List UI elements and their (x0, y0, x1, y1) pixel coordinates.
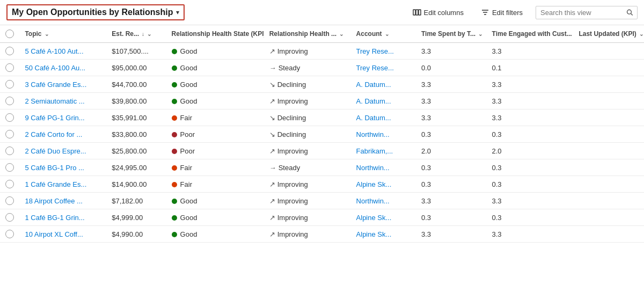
row-topic[interactable]: 10 Airpot XL Coff... (19, 226, 106, 243)
row-time-spent: 3.3 (416, 76, 487, 93)
col-header-est-rev[interactable]: Est. Re... ↓ ⌄ (106, 25, 166, 43)
row-topic[interactable]: 2 Café Duo Espre... (19, 143, 106, 159)
row-time-spent: 0.3 (416, 159, 487, 176)
row-topic[interactable]: 5 Café A-100 Aut... (19, 43, 106, 60)
topic-link[interactable]: 3 Café Grande Es... (25, 81, 86, 89)
trend-icon: ↗ (269, 214, 275, 222)
row-topic[interactable]: 3 Café Grande Es... (19, 76, 106, 93)
row-health-state: Good (166, 226, 264, 243)
row-topic[interactable]: 50 Café A-100 Au... (19, 60, 106, 76)
row-checkbox[interactable] (5, 180, 14, 188)
row-topic[interactable]: 2 Semiautomatic ... (19, 93, 106, 109)
row-checkbox[interactable] (5, 63, 14, 72)
trend-label: Declining (277, 130, 306, 138)
row-est-rev: $25,800.00 (106, 143, 166, 159)
col-header-time-engaged[interactable]: Time Engaged with Cust... ⌄ (487, 25, 574, 43)
account-link[interactable]: A. Datum... (356, 81, 391, 89)
account-link[interactable]: A. Datum... (356, 97, 391, 105)
col-header-time-spent[interactable]: Time Spent by T... ⌄ (416, 25, 487, 43)
row-account[interactable]: Northwin... (351, 159, 416, 176)
row-checkbox[interactable] (5, 230, 14, 238)
row-time-spent: 3.3 (416, 193, 487, 209)
topic-link[interactable]: 18 Airpot Coffee ... (25, 197, 82, 205)
account-link[interactable]: Trey Rese... (356, 64, 394, 72)
trend-label: Improving (277, 47, 308, 55)
row-rel-health: ↗Improving (264, 93, 351, 109)
col-header-account[interactable]: Account ⌄ (351, 25, 416, 43)
topic-link[interactable]: 2 Café Duo Espre... (25, 147, 86, 155)
row-last-updated (573, 93, 644, 109)
row-checkbox[interactable] (5, 196, 14, 205)
topic-link[interactable]: 2 Café Corto for ... (25, 130, 82, 138)
account-link[interactable]: Trey Rese... (356, 47, 394, 55)
row-account[interactable]: Alpine Sk... (351, 176, 416, 193)
row-checkbox[interactable] (5, 147, 14, 155)
search-input[interactable] (540, 9, 623, 17)
row-account[interactable]: Alpine Sk... (351, 226, 416, 243)
topic-link[interactable]: 50 Café A-100 Au... (25, 64, 85, 72)
col-header-topic[interactable]: Topic ⌄ (19, 25, 106, 43)
row-est-rev: $24,995.00 (106, 159, 166, 176)
row-checkbox[interactable] (5, 47, 14, 55)
row-health-state: Good (166, 43, 264, 60)
topic-link[interactable]: 1 Café Grande Es... (25, 180, 86, 188)
topic-link[interactable]: 5 Café A-100 Aut... (25, 47, 83, 55)
row-time-engaged: 3.3 (487, 43, 574, 60)
chevron-down-icon[interactable]: ▾ (176, 9, 179, 16)
account-link[interactable]: Northwin... (356, 130, 390, 138)
row-topic[interactable]: 2 Café Corto for ... (19, 126, 106, 143)
account-link[interactable]: Northwin... (356, 164, 390, 172)
trend-label: Improving (277, 97, 308, 105)
trend-label: Improving (277, 197, 308, 205)
row-checkbox[interactable] (5, 130, 14, 138)
search-box[interactable] (536, 6, 638, 19)
row-account[interactable]: A. Datum... (351, 76, 416, 93)
row-topic[interactable]: 9 Café PG-1 Grin... (19, 109, 106, 126)
trend-icon: → (269, 164, 276, 172)
row-checkbox[interactable] (5, 213, 14, 222)
row-account[interactable]: Northwin... (351, 193, 416, 209)
topic-link[interactable]: 2 Semiautomatic ... (25, 97, 84, 105)
trend-icon: ↘ (269, 81, 275, 89)
account-link[interactable]: Alpine Sk... (356, 180, 392, 188)
account-link[interactable]: Alpine Sk... (356, 230, 392, 238)
row-topic[interactable]: 5 Café BG-1 Pro ... (19, 159, 106, 176)
row-rel-health: ↘Declining (264, 109, 351, 126)
topic-link[interactable]: 10 Airpot XL Coff... (25, 230, 83, 238)
row-account[interactable]: Trey Rese... (351, 43, 416, 60)
row-account[interactable]: A. Datum... (351, 109, 416, 126)
row-topic[interactable]: 18 Airpot Coffee ... (19, 193, 106, 209)
account-link[interactable]: Alpine Sk... (356, 214, 392, 222)
topic-link[interactable]: 9 Café PG-1 Grin... (25, 114, 84, 122)
edit-filters-button[interactable]: Edit filters (477, 6, 527, 19)
row-account[interactable]: A. Datum... (351, 93, 416, 109)
row-topic[interactable]: 1 Café Grande Es... (19, 176, 106, 193)
row-account[interactable]: Fabrikam,... (351, 143, 416, 159)
trend-label: Improving (277, 230, 308, 238)
row-account[interactable]: Trey Rese... (351, 60, 416, 76)
row-checkbox[interactable] (5, 80, 14, 89)
row-topic[interactable]: 1 Café BG-1 Grin... (19, 209, 106, 226)
row-checkbox[interactable] (5, 113, 14, 122)
account-link[interactable]: Fabrikam,... (356, 147, 393, 155)
account-link[interactable]: A. Datum... (356, 114, 391, 122)
topic-link[interactable]: 1 Café BG-1 Grin... (25, 214, 84, 222)
health-dot-icon (172, 182, 177, 187)
row-account[interactable]: Northwin... (351, 126, 416, 143)
edit-columns-button[interactable]: Edit columns (408, 6, 468, 19)
row-account[interactable]: Alpine Sk... (351, 209, 416, 226)
row-last-updated (573, 126, 644, 143)
col-header-health-state[interactable]: Relationship Health State (KPI) ⌄ (166, 25, 264, 43)
row-est-rev: $39,800.00 (106, 93, 166, 109)
row-checkbox[interactable] (5, 97, 14, 105)
header-checkbox[interactable] (5, 30, 14, 38)
col-header-last-updated[interactable]: Last Updated (KPI) ⌄ (573, 25, 644, 43)
topic-link[interactable]: 5 Café BG-1 Pro ... (25, 164, 84, 172)
row-last-updated (573, 176, 644, 193)
health-state-label: Fair (180, 164, 192, 172)
row-est-rev: $4,999.00 (106, 209, 166, 226)
row-health-state: Poor (166, 126, 264, 143)
col-header-rel-health[interactable]: Relationship Health ... ⌄ (264, 25, 351, 43)
account-link[interactable]: Northwin... (356, 197, 390, 205)
row-checkbox[interactable] (5, 163, 14, 172)
